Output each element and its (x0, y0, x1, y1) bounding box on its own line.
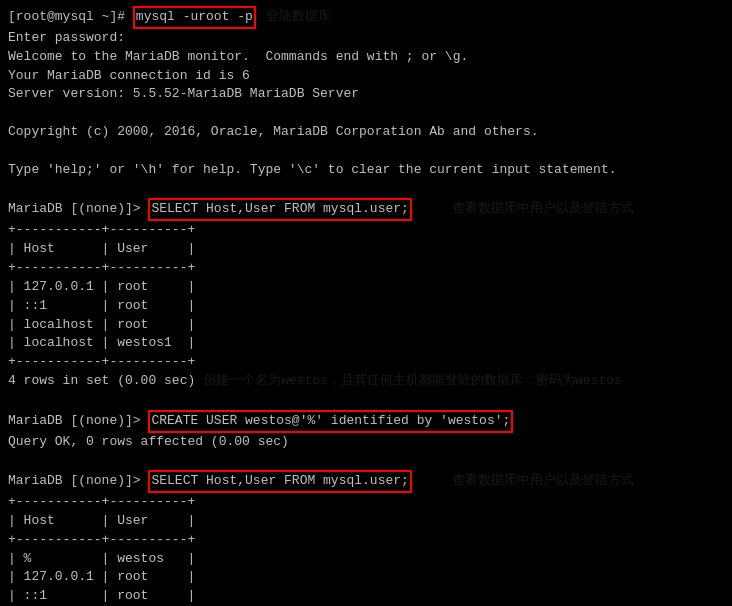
line-help: Type 'help;' or '\h' for help. Type '\c'… (8, 161, 724, 180)
cmd-login: mysql -uroot -p (133, 6, 256, 29)
line-blank5 (8, 451, 724, 470)
table1-row2: | ::1 | root | (8, 297, 724, 316)
line-blank3 (8, 180, 724, 199)
table1-row4: | localhost | westos1 | (8, 334, 724, 353)
line-blank2 (8, 142, 724, 161)
line-select1: MariaDB [(none)]> SELECT Host,User FROM … (8, 198, 724, 221)
line-rowcount1: 4 rows in set (0.00 sec)创建一个名为westos，且其任… (8, 372, 724, 391)
table1-row1: | 127.0.0.1 | root | (8, 278, 724, 297)
table2-row3: | ::1 | root | (8, 587, 724, 606)
line-queryok: Query OK, 0 rows affected (0.00 sec) (8, 433, 724, 452)
table1-div1: +-----------+----------+ (8, 221, 724, 240)
table1-div2: +-----------+----------+ (8, 259, 724, 278)
line-welcome: Welcome to the MariaDB monitor. Commands… (8, 48, 724, 67)
annotation-select1: 查看数据库中用户以及登陆方式 (452, 200, 634, 219)
table2-row2: | 127.0.0.1 | root | (8, 568, 724, 587)
table2-row1: | % | westos | (8, 550, 724, 569)
annotation-create: 创建一个名为westos，且其任何主机都能登陆的数据库，密码为westos (203, 372, 622, 391)
cmd-select1: SELECT Host,User FROM mysql.user; (148, 198, 411, 221)
line-version: Server version: 5.5.52-MariaDB MariaDB S… (8, 85, 724, 104)
table1-header: | Host | User | (8, 240, 724, 259)
annotation-login: 登陆数据库 (266, 8, 331, 27)
prompt-2: MariaDB [(none)]> (8, 200, 148, 219)
annotation-select2: 查看数据库中用户以及登陆方式 (452, 472, 634, 491)
terminal-window: [root@mysql ~]# mysql -uroot -p登陆数据库 Ent… (0, 0, 732, 606)
table2-div2: +-----------+----------+ (8, 531, 724, 550)
table2-header: | Host | User | (8, 512, 724, 531)
table2-div1: +-----------+----------+ (8, 493, 724, 512)
table1-div3: +-----------+----------+ (8, 353, 724, 372)
line-login: [root@mysql ~]# mysql -uroot -p登陆数据库 (8, 6, 724, 29)
cmd-create: CREATE USER westos@'%' identified by 'we… (148, 410, 513, 433)
line-blank4 (8, 391, 724, 410)
line-enter-password: Enter password: (8, 29, 724, 48)
prompt-1: [root@mysql ~]# (8, 8, 133, 27)
cmd-select2: SELECT Host,User FROM mysql.user; (148, 470, 411, 493)
line-connid: Your MariaDB connection id is 6 (8, 67, 724, 86)
prompt-4: MariaDB [(none)]> (8, 472, 148, 491)
line-select2: MariaDB [(none)]> SELECT Host,User FROM … (8, 470, 724, 493)
line-copyright: Copyright (c) 2000, 2016, Oracle, MariaD… (8, 123, 724, 142)
rowcount1-text: 4 rows in set (0.00 sec) (8, 372, 195, 391)
prompt-3: MariaDB [(none)]> (8, 412, 148, 431)
line-create: MariaDB [(none)]> CREATE USER westos@'%'… (8, 410, 724, 433)
table1-row3: | localhost | root | (8, 316, 724, 335)
line-blank1 (8, 104, 724, 123)
